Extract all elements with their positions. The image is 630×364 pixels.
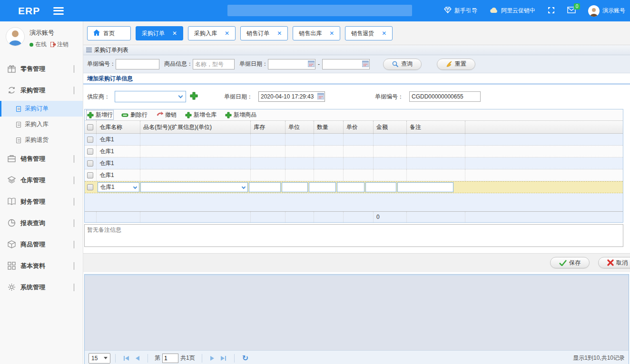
calendar-icon[interactable] bbox=[362, 60, 369, 69]
table-row[interactable]: 仓库1 bbox=[85, 157, 623, 169]
add-supplier-button[interactable] bbox=[190, 92, 198, 101]
hamburger-menu-icon[interactable] bbox=[53, 7, 64, 15]
sidebar-item-sales[interactable]: 销售管理 bbox=[0, 148, 83, 169]
supplier-select[interactable] bbox=[115, 91, 186, 102]
delete-row-button[interactable]: 删除行 bbox=[121, 111, 148, 119]
save-button[interactable]: 保存 bbox=[550, 257, 590, 268]
top-header: ERP 新手引导 阿里云促销中 bbox=[0, 0, 630, 21]
col-warehouse[interactable]: 仓库名称 bbox=[97, 121, 140, 133]
edit-price-input[interactable] bbox=[337, 182, 364, 192]
page-size-select[interactable]: 15 bbox=[89, 353, 110, 364]
tab-purchase-inbound[interactable]: 采购入库 ✕ bbox=[188, 26, 236, 40]
global-search-input[interactable] bbox=[227, 5, 412, 16]
order-date-input[interactable] bbox=[258, 91, 325, 102]
sidebar-item-basic-data[interactable]: 基本资料 bbox=[0, 255, 83, 276]
close-icon[interactable]: ✕ bbox=[329, 30, 334, 37]
date-label: 单据日期： bbox=[239, 60, 268, 68]
last-page-button[interactable] bbox=[220, 355, 226, 361]
sidebar-item-warehouse[interactable]: 仓库管理 bbox=[0, 169, 83, 191]
tab-sales-return[interactable]: 销售退货 ✕ bbox=[345, 26, 393, 40]
list-icon bbox=[86, 48, 92, 52]
close-icon[interactable]: ✕ bbox=[172, 30, 177, 37]
undo-button[interactable]: 撤销 bbox=[156, 111, 177, 119]
tab-home[interactable]: 首页 bbox=[87, 26, 131, 40]
order-no-input[interactable] bbox=[116, 59, 159, 69]
reset-button[interactable]: 重置 bbox=[437, 59, 475, 70]
calendar-icon[interactable] bbox=[317, 93, 324, 101]
row-checkbox[interactable] bbox=[87, 160, 93, 167]
plus-icon bbox=[190, 92, 198, 100]
page-prefix: 第 bbox=[155, 354, 160, 362]
close-icon[interactable]: ✕ bbox=[225, 30, 229, 37]
user-menu[interactable]: 演示账号 bbox=[588, 5, 625, 17]
product-info-input[interactable] bbox=[193, 59, 235, 69]
tab-purchase-order[interactable]: 采购订单 ✕ bbox=[136, 26, 183, 40]
add-row-button[interactable]: 新增行 bbox=[87, 111, 113, 119]
add-section-title: 增加采购订单信息 bbox=[83, 73, 630, 84]
date-separator: - bbox=[318, 61, 320, 68]
select-all-checkbox[interactable] bbox=[87, 124, 93, 130]
table-row[interactable]: 仓库1 bbox=[85, 169, 623, 181]
cancel-button[interactable]: 取消 bbox=[598, 257, 630, 268]
logout-link[interactable]: 注销 bbox=[50, 40, 69, 49]
sidebar-item-retail[interactable]: 零售管理 bbox=[0, 58, 83, 79]
add-order-form: 供应商： 单据日期： 单据编号： bbox=[83, 84, 630, 109]
sidebar-item-products[interactable]: 商品管理 bbox=[0, 234, 83, 255]
edit-product-select[interactable] bbox=[140, 182, 248, 192]
first-page-button[interactable] bbox=[123, 355, 129, 361]
promo-link[interactable]: 阿里云促销中 bbox=[490, 7, 535, 15]
sidebar-item-reports[interactable]: 报表查询 bbox=[0, 212, 83, 234]
edit-remark-input[interactable] bbox=[397, 182, 453, 192]
refresh-icon[interactable]: ↻ bbox=[242, 354, 248, 363]
edit-qty-input[interactable] bbox=[309, 182, 336, 192]
close-icon[interactable]: ✕ bbox=[382, 30, 386, 37]
col-product[interactable]: 品名(型号)(扩展信息)(单位) bbox=[140, 121, 251, 133]
tab-sales-outbound[interactable]: 销售出库 ✕ bbox=[293, 26, 340, 40]
add-product-button[interactable]: 新增商品 bbox=[225, 111, 256, 119]
col-remark[interactable]: 备注 bbox=[407, 121, 465, 133]
sidebar-item-system[interactable]: 系统管理 bbox=[0, 276, 83, 298]
col-price[interactable]: 单价 bbox=[344, 121, 374, 133]
sidebar-item-purchase[interactable]: 采购管理 bbox=[0, 79, 83, 101]
col-stock[interactable]: 库存 bbox=[251, 121, 285, 133]
layers-icon bbox=[8, 176, 16, 184]
action-bar: 保存 取消 bbox=[83, 253, 630, 272]
edit-stock-input[interactable] bbox=[249, 182, 281, 192]
table-row[interactable]: 仓库1 bbox=[85, 146, 623, 157]
home-icon bbox=[93, 30, 100, 37]
order-no-value-input[interactable] bbox=[409, 91, 481, 102]
edit-amount-input[interactable] bbox=[365, 182, 396, 192]
sidebar-item-purchase-order[interactable]: 采购订单 bbox=[0, 101, 83, 117]
guide-link[interactable]: 新手引导 bbox=[444, 7, 477, 15]
close-icon[interactable]: ✕ bbox=[277, 30, 282, 37]
reset-icon bbox=[446, 61, 453, 68]
orders-list-panel: 15 第 共1页 ↻ 显示1到10,共10记录 bbox=[84, 274, 629, 364]
row-checkbox[interactable] bbox=[87, 184, 93, 190]
row-checkbox[interactable] bbox=[87, 148, 93, 155]
table-row[interactable]: 仓库1 bbox=[85, 134, 623, 146]
row-checkbox[interactable] bbox=[87, 172, 93, 178]
page-number-input[interactable] bbox=[162, 354, 178, 363]
tab-sales-order[interactable]: 销售订单 ✕ bbox=[240, 26, 288, 40]
prev-page-button[interactable] bbox=[135, 355, 140, 361]
col-amount[interactable]: 金额 bbox=[374, 121, 407, 133]
row-checkbox[interactable] bbox=[87, 137, 93, 143]
next-page-button[interactable] bbox=[210, 355, 215, 361]
briefcase-icon bbox=[8, 155, 16, 163]
query-button[interactable]: 查询 bbox=[383, 59, 422, 70]
sidebar-item-purchase-inbound[interactable]: 采购入库 bbox=[0, 117, 83, 132]
fullscreen-button[interactable] bbox=[548, 7, 555, 15]
remark-textarea[interactable]: 暂无备注信息 bbox=[84, 224, 623, 247]
edit-warehouse-select[interactable]: 仓库1 bbox=[98, 182, 139, 192]
grid-empty-area bbox=[85, 193, 623, 211]
page-total: 共1页 bbox=[180, 354, 195, 362]
messages-button[interactable]: 0 bbox=[567, 7, 576, 15]
sidebar-item-finance[interactable]: 财务管理 bbox=[0, 191, 83, 212]
sidebar-item-purchase-return[interactable]: 采购退货 bbox=[0, 132, 83, 148]
edit-unit-input[interactable] bbox=[282, 182, 308, 192]
add-warehouse-button[interactable]: 新增仓库 bbox=[185, 111, 217, 119]
chevron-left-icon bbox=[74, 262, 74, 270]
col-qty[interactable]: 数量 bbox=[314, 121, 344, 133]
calendar-icon[interactable] bbox=[308, 60, 315, 69]
col-unit[interactable]: 单位 bbox=[285, 121, 314, 133]
